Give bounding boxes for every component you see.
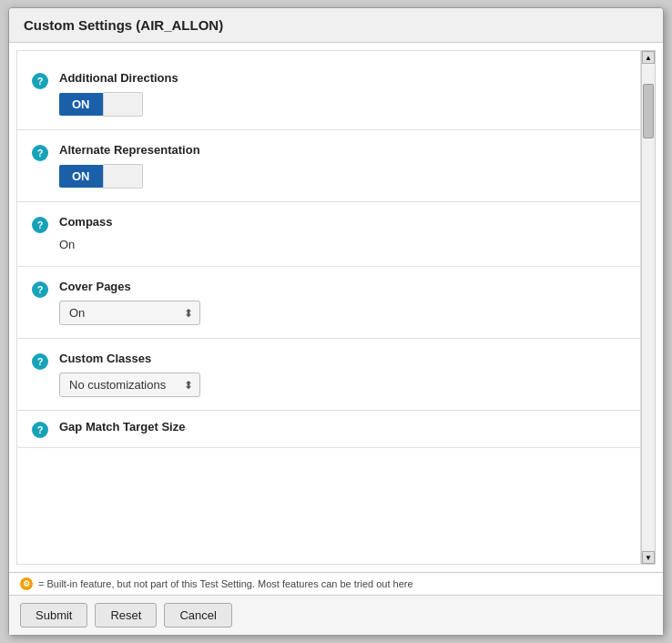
scroll-area[interactable]: ? Additional Directions ON ? Alternate R… (16, 50, 641, 565)
toggle-on-additional-directions[interactable]: ON (59, 93, 103, 116)
setting-label-compass: Compass (59, 215, 626, 229)
select-wrapper-custom-classes: No customizations (59, 373, 200, 397)
help-icon-alternate-representation[interactable]: ? (32, 145, 48, 161)
cancel-button[interactable]: Cancel (164, 603, 231, 628)
toggle-on-alternate-representation[interactable]: ON (59, 165, 103, 188)
submit-button[interactable]: Submit (20, 603, 87, 628)
setting-label-gap-match: Gap Match Target Size (59, 420, 185, 434)
scrollbar-track[interactable]: ▲ ▼ (641, 50, 656, 565)
help-icon-compass[interactable]: ? (32, 217, 48, 233)
toggle-off-alternate-representation[interactable] (103, 164, 143, 189)
setting-label-additional-directions: Additional Directions (59, 71, 626, 85)
help-icon-gap-match[interactable]: ? (32, 422, 48, 438)
dialog-footer: Submit Reset Cancel (9, 595, 663, 635)
setting-row-additional-directions: ? Additional Directions ON (17, 58, 640, 130)
select-wrapper-cover-pages: On Off (59, 301, 200, 325)
compass-value: On (59, 236, 626, 253)
scrollbar-arrow-down[interactable]: ▼ (642, 551, 655, 564)
setting-row-custom-classes: ? Custom Classes No customizations (17, 339, 640, 411)
cover-pages-select[interactable]: On Off (59, 301, 200, 325)
setting-row-cover-pages: ? Cover Pages On Off (17, 267, 640, 339)
footer-note-icon: ⚙ (20, 577, 33, 590)
setting-label-alternate-representation: Alternate Representation (59, 143, 626, 157)
dialog-body: ? Additional Directions ON ? Alternate R… (9, 43, 663, 572)
help-icon-custom-classes[interactable]: ? (32, 353, 48, 370)
scrollbar-thumb[interactable] (643, 84, 654, 138)
setting-label-custom-classes: Custom Classes (59, 352, 626, 365)
setting-content-cover-pages: Cover Pages On Off (59, 280, 626, 325)
footer-note: ⚙ = Built-in feature, but not part of th… (9, 572, 663, 595)
footer-note-text: = Built-in feature, but not part of this… (38, 578, 413, 589)
help-icon-additional-directions[interactable]: ? (32, 73, 48, 89)
setting-content-compass: Compass On (59, 215, 626, 253)
toggle-off-additional-directions[interactable] (103, 92, 143, 117)
reset-button[interactable]: Reset (95, 603, 157, 628)
setting-row-alternate-representation: ? Alternate Representation ON (17, 130, 640, 202)
toggle-group-alternate-representation: ON (59, 164, 626, 189)
setting-row-compass: ? Compass On (17, 202, 640, 267)
setting-label-cover-pages: Cover Pages (59, 280, 626, 293)
scrollbar-arrow-up[interactable]: ▲ (642, 51, 655, 64)
dialog-title: Custom Settings (AIR_ALLON) (9, 8, 663, 43)
setting-content-alternate-representation: Alternate Representation ON (59, 143, 626, 189)
custom-classes-select[interactable]: No customizations (59, 373, 200, 397)
toggle-group-additional-directions: ON (59, 92, 626, 117)
custom-settings-dialog: Custom Settings (AIR_ALLON) ? Additional… (8, 7, 664, 636)
setting-content-custom-classes: Custom Classes No customizations (59, 352, 626, 397)
scroll-inner: ? Additional Directions ON ? Alternate R… (17, 51, 640, 455)
setting-row-gap-match: ? Gap Match Target Size (17, 411, 640, 448)
setting-content-additional-directions: Additional Directions ON (59, 71, 626, 117)
help-icon-cover-pages[interactable]: ? (32, 281, 48, 298)
